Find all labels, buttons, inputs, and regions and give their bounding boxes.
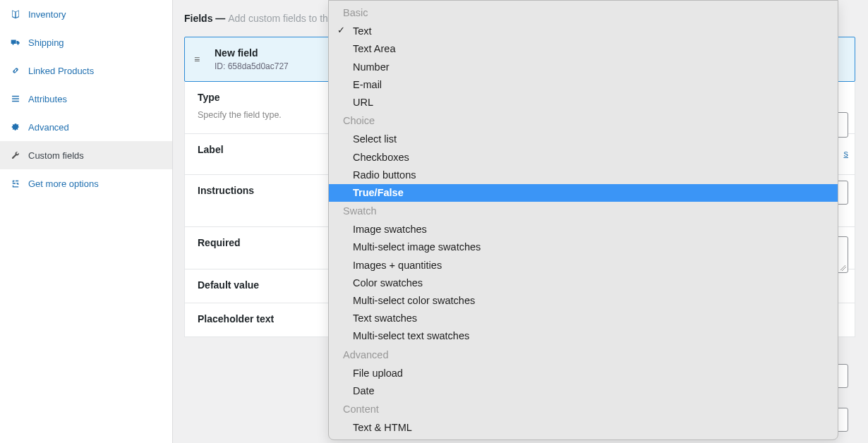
sidebar-item-custom-fields[interactable]: Custom fields	[0, 141, 172, 169]
type-select[interactable]	[837, 112, 848, 138]
dropdown-group-label: Content	[329, 400, 838, 419]
sidebar-item-get-more-options[interactable]: Get more options	[0, 169, 172, 198]
product-data-sidebar: Inventory Shipping Linked Products Attri…	[0, 0, 173, 443]
dropdown-item[interactable]: File upload	[329, 365, 838, 382]
drag-handle-icon[interactable]: ≡	[192, 54, 202, 65]
list-icon	[10, 93, 21, 104]
dropdown-item[interactable]: Multi-select image swatches	[329, 238, 838, 256]
gear-icon	[10, 121, 21, 133]
sidebar-item-label: Get more options	[28, 178, 99, 189]
sidebar-item-label: Linked Products	[28, 66, 94, 76]
sidebar-item-label: Attributes	[28, 94, 67, 104]
dropdown-item[interactable]: Image swatches	[329, 221, 838, 238]
dropdown-item[interactable]: Text & HTML	[329, 419, 838, 437]
dropdown-item[interactable]: Text swatches	[329, 310, 838, 327]
dropdown-item[interactable]: Multi-select text swatches	[329, 327, 838, 345]
fields-header-subtitle: Add custom fields to th	[228, 13, 328, 24]
dropdown-group-label: Basic	[329, 4, 838, 23]
sidebar-item-advanced[interactable]: Advanced	[0, 113, 172, 141]
sidebar-item-inventory[interactable]: Inventory	[0, 0, 172, 28]
field-card-text: New field ID: 658da5d0ac727	[215, 47, 289, 71]
dropdown-item[interactable]: Color swatches	[329, 274, 838, 292]
truck-icon	[10, 37, 21, 48]
sidebar-item-shipping[interactable]: Shipping	[0, 28, 172, 56]
dropdown-item[interactable]: Select list	[329, 131, 838, 148]
field-type-dropdown[interactable]: BasicTextText AreaNumberE-mailURLChoiceS…	[328, 0, 838, 440]
label-input[interactable]	[837, 181, 848, 205]
fields-header-title: Fields —	[184, 13, 228, 24]
sidebar-item-label: Shipping	[28, 37, 64, 48]
inventory-icon	[10, 8, 21, 20]
customize-icon	[10, 178, 21, 189]
sidebar-item-label: Custom fields	[28, 150, 84, 161]
dropdown-item[interactable]: Radio buttons	[329, 166, 838, 184]
link-icon	[10, 65, 21, 76]
dropdown-item[interactable]: Images + quantities	[329, 257, 838, 274]
dropdown-item[interactable]: URL	[329, 94, 838, 111]
dropdown-item[interactable]: Multi-select color swatches	[329, 292, 838, 310]
sidebar-item-label: Advanced	[28, 122, 69, 133]
field-card-id: ID: 658da5d0ac727	[215, 61, 289, 71]
dropdown-item[interactable]: Date	[329, 382, 838, 400]
dropdown-group-label: Advanced	[329, 346, 838, 365]
dropdown-item[interactable]: Text Area	[329, 40, 838, 58]
sidebar-item-label: Inventory	[28, 9, 66, 20]
sidebar-item-linked-products[interactable]: Linked Products	[0, 56, 172, 85]
default-value-input[interactable]	[837, 364, 848, 388]
dropdown-item[interactable]: Number	[329, 59, 838, 76]
dropdown-item[interactable]: Image	[329, 437, 838, 441]
dropdown-item[interactable]: E-mail	[329, 76, 838, 94]
wrench-icon	[10, 150, 21, 161]
dropdown-item[interactable]: Checkboxes	[329, 149, 838, 166]
dropdown-group-label: Swatch	[329, 202, 838, 221]
placeholder-input[interactable]	[837, 408, 848, 432]
dropdown-item[interactable]: Text	[329, 23, 838, 40]
sidebar-item-attributes[interactable]: Attributes	[0, 85, 172, 113]
dropdown-item[interactable]: True/False	[329, 184, 838, 202]
field-card-title: New field	[215, 47, 289, 59]
dropdown-group-label: Choice	[329, 111, 838, 131]
link-fragment[interactable]: s	[844, 148, 849, 159]
